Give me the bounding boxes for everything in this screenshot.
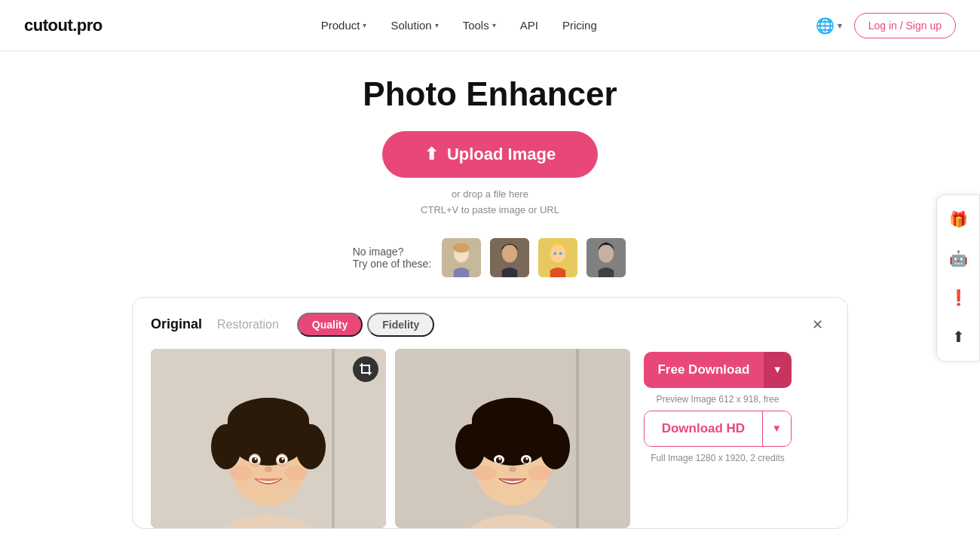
crop-button[interactable]: [353, 356, 378, 382]
nav-tools[interactable]: Tools ▾: [463, 19, 496, 32]
free-download-chevron[interactable]: ▼: [764, 352, 792, 388]
gift-sidebar-button[interactable]: 🎁: [943, 204, 973, 234]
svg-point-21: [228, 398, 309, 443]
svg-point-28: [255, 457, 257, 460]
main-content: Photo Enhancer ⬆ Upload Image or drop a …: [0, 51, 980, 529]
sample-label: No image? Try one of these:: [353, 246, 432, 270]
result-panel: Original Restoration Quality Fidelity ✕: [132, 297, 848, 529]
alert-sidebar-button[interactable]: ❗: [943, 283, 973, 313]
upload-icon: ⬆: [424, 145, 438, 164]
svg-point-30: [265, 466, 272, 472]
floating-sidebar: 🎁 🤖 ❗ ⬆: [936, 194, 980, 362]
original-image: [151, 349, 386, 528]
main-nav: Product ▾ Solution ▾ Tools ▾ API Pricing: [321, 19, 597, 32]
sample-image-1[interactable]: [440, 237, 482, 279]
svg-point-8: [554, 252, 557, 255]
sample-image-4[interactable]: [585, 237, 627, 279]
translate-icon: 🌐: [816, 17, 835, 35]
svg-rect-14: [332, 349, 335, 528]
tab-restoration-label: Restoration: [217, 318, 279, 331]
svg-point-3: [453, 243, 470, 252]
result-header-left: Original Restoration Quality Fidelity: [151, 313, 434, 337]
free-download-chevron-icon: ▼: [773, 364, 782, 375]
result-header: Original Restoration Quality Fidelity ✕: [151, 313, 829, 337]
solution-chevron-icon: ▾: [435, 21, 439, 29]
svg-point-46: [499, 457, 501, 460]
upload-sidebar-button[interactable]: ⬆: [943, 322, 973, 352]
sample-row: No image? Try one of these:: [353, 237, 628, 279]
svg-rect-34: [576, 349, 579, 528]
svg-point-50: [528, 466, 551, 481]
tab-quality[interactable]: Quality: [297, 313, 363, 337]
svg-point-5: [502, 244, 517, 262]
page-title: Photo Enhancer: [363, 75, 617, 113]
svg-point-11: [599, 244, 614, 262]
sample-image-2[interactable]: [488, 237, 531, 279]
right-actions: Free Download ▼ Preview Image 612 x 918,…: [642, 349, 793, 528]
svg-point-31: [230, 466, 253, 481]
language-button[interactable]: 🌐 ▾: [816, 17, 842, 35]
face-sidebar-button[interactable]: 🤖: [943, 243, 973, 273]
nav-product[interactable]: Product ▾: [321, 19, 367, 32]
sample-image-3[interactable]: [537, 237, 579, 279]
product-chevron-icon: ▾: [363, 21, 366, 29]
header: cutout.pro Product ▾ Solution ▾ Tools ▾ …: [0, 0, 980, 51]
preview-info: Preview Image 612 x 918, free: [657, 394, 779, 405]
svg-point-7: [550, 244, 565, 262]
svg-point-29: [282, 457, 284, 460]
enhanced-image-panel: [395, 349, 630, 528]
download-hd-button[interactable]: Download HD: [645, 411, 762, 446]
nav-pricing[interactable]: Pricing: [562, 19, 597, 32]
images-row: [151, 349, 630, 528]
drop-hint: or drop a file here CTRL+V to paste imag…: [421, 187, 559, 218]
tab-fidelity[interactable]: Fidelity: [367, 313, 434, 337]
svg-point-32: [284, 466, 307, 481]
header-right: 🌐 ▾ Log in / Sign up: [816, 13, 956, 38]
svg-point-41: [472, 398, 553, 443]
tab-original[interactable]: Original: [151, 316, 202, 332]
svg-point-9: [559, 252, 562, 255]
svg-point-47: [526, 457, 528, 460]
download-hd-chevron-icon: ▼: [772, 423, 782, 434]
enhanced-image: [395, 349, 630, 528]
images-and-actions: Free Download ▼ Preview Image 612 x 918,…: [151, 349, 829, 528]
sample-images: [440, 237, 627, 279]
nav-api[interactable]: API: [520, 19, 538, 32]
nav-solution[interactable]: Solution ▾: [390, 19, 438, 32]
full-image-info: Full Image 1280 x 1920, 2 credits: [651, 453, 784, 463]
tab-group: Quality Fidelity: [297, 313, 434, 337]
close-button[interactable]: ✕: [805, 313, 829, 337]
free-download-button[interactable]: Free Download: [644, 352, 764, 388]
download-hd-chevron[interactable]: ▼: [762, 411, 791, 446]
free-download-wrapper: Free Download ▼: [644, 352, 792, 388]
login-signup-button[interactable]: Log in / Sign up: [854, 13, 956, 38]
original-image-panel: [151, 349, 386, 528]
tools-chevron-icon: ▾: [492, 21, 496, 29]
upload-image-button[interactable]: ⬆ Upload Image: [382, 131, 598, 178]
svg-point-49: [474, 466, 497, 481]
download-hd-wrapper: Download HD ▼: [644, 411, 792, 447]
svg-point-48: [509, 466, 516, 472]
lang-chevron-icon: ▾: [838, 20, 842, 31]
logo[interactable]: cutout.pro: [24, 16, 103, 35]
